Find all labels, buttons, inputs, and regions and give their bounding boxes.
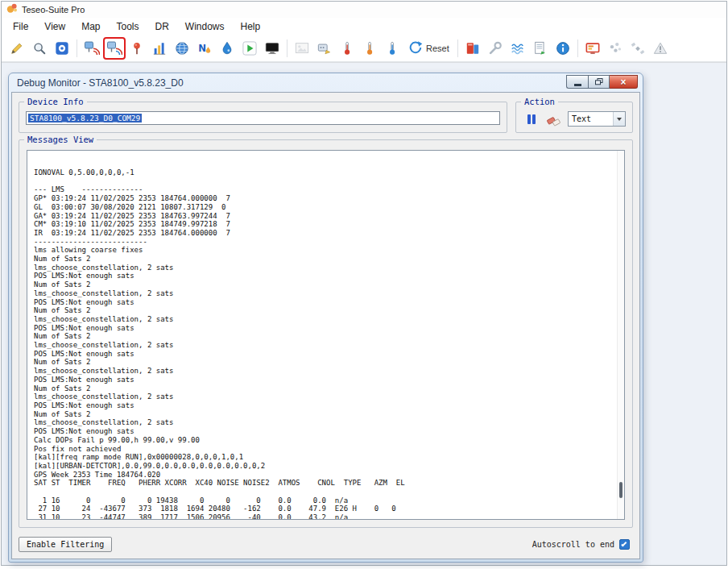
menu-dr[interactable]: DR	[147, 19, 177, 34]
reset-label: Reset	[426, 44, 449, 53]
autoscroll-control: Autoscroll to end	[532, 539, 633, 550]
device-info-input[interactable]: STA8100_v5.8.23_D0_COM29	[26, 111, 500, 125]
image-icon[interactable]	[292, 38, 312, 59]
toolbar-separator	[287, 39, 287, 57]
restore-icon	[595, 78, 603, 85]
globe-icon[interactable]	[172, 38, 192, 59]
thermometer-1-icon[interactable]	[337, 38, 358, 59]
play-icon[interactable]	[239, 38, 260, 59]
window-controls: ×	[566, 75, 638, 89]
reset-button[interactable]: Reset	[404, 38, 453, 59]
app-title: Teseo-Suite Pro	[22, 5, 85, 15]
enable-filtering-button[interactable]: Enable Filtering	[19, 537, 112, 552]
warning-icon[interactable]	[650, 38, 671, 59]
debug-monitor-footer: Enable Filtering Autoscroll to end	[19, 534, 633, 554]
search-icon[interactable]	[29, 38, 50, 59]
debug-monitor-icon[interactable]	[104, 38, 125, 59]
tools-icon[interactable]	[485, 38, 506, 59]
port-edit-icon[interactable]	[314, 38, 335, 59]
menu-help[interactable]: Help	[233, 19, 269, 34]
autoscroll-label: Autoscroll to end	[532, 540, 614, 549]
app-logo-icon	[6, 2, 18, 17]
device-info-group: Device Info STA8100_v5.8.23_D0_COM29	[19, 102, 507, 133]
clear-button[interactable]	[545, 111, 563, 127]
messages-scrollbar[interactable]	[617, 151, 624, 519]
console-icon[interactable]	[262, 38, 283, 59]
messages-text-area[interactable]: IONOVAL 0,5.00,0,0,0,-1 --- LMS --------…	[27, 150, 625, 520]
edit-icon[interactable]	[6, 38, 27, 59]
chart-icon[interactable]	[149, 38, 170, 59]
receiver-monitor-icon[interactable]	[81, 38, 102, 59]
package-icon[interactable]	[52, 38, 72, 59]
menu-tools[interactable]: Tools	[108, 19, 147, 34]
constellation-icon[interactable]	[605, 38, 626, 59]
satellite-icon[interactable]	[627, 38, 648, 59]
check-icon	[621, 541, 627, 546]
close-button[interactable]: ×	[610, 75, 638, 89]
display-icon[interactable]	[582, 38, 603, 59]
nmea-icon[interactable]: N	[194, 38, 215, 59]
autoscroll-checkbox[interactable]	[619, 539, 630, 550]
app-window: Teseo-Suite Pro File View Map Tools DR W…	[1, 1, 727, 566]
mdi-area: Debug Monitor - STA8100_v5.8.23_D0 × Dev…	[2, 62, 726, 565]
device-info-value: STA8100_v5.8.23_D0_COM29	[28, 114, 142, 123]
pause-icon	[527, 114, 531, 124]
debug-monitor-title: Debug Monitor - STA8100_v5.8.23_D0	[17, 77, 184, 89]
menu-bar: File View Map Tools DR Windows Help	[2, 18, 726, 35]
debug-monitor-client: Device Info STA8100_v5.8.23_D0_COM29 Act…	[11, 92, 640, 559]
debug-monitor-window: Debug Monitor - STA8100_v5.8.23_D0 × Dev…	[8, 73, 643, 563]
thermometer-2-icon[interactable]	[359, 38, 380, 59]
messages-text: IONOVAL 0,5.00,0,0,0,-1 --- LMS --------…	[27, 151, 624, 520]
action-label: Action	[521, 97, 558, 106]
menu-view[interactable]: View	[36, 19, 73, 34]
info-icon[interactable]	[552, 38, 573, 59]
debug-monitor-titlebar[interactable]: Debug Monitor - STA8100_v5.8.23_D0 ×	[11, 73, 640, 92]
scrollbar-thumb[interactable]	[619, 482, 623, 498]
pause-button[interactable]	[523, 111, 540, 127]
minimize-button[interactable]	[566, 75, 588, 89]
reset-icon	[408, 40, 423, 56]
format-dropdown[interactable]: Text	[568, 111, 626, 127]
action-group: Action Text	[515, 102, 633, 133]
pin-icon[interactable]	[126, 38, 147, 59]
menu-windows[interactable]: Windows	[177, 19, 233, 34]
chevron-down-icon	[613, 112, 625, 126]
menu-file[interactable]: File	[5, 19, 36, 34]
toolbar-separator	[77, 39, 77, 57]
app-titlebar: Teseo-Suite Pro	[2, 2, 726, 18]
eraser-icon	[547, 112, 561, 127]
drop-icon[interactable]	[217, 38, 238, 59]
restore-button[interactable]	[588, 75, 610, 89]
svg-text:N: N	[198, 42, 206, 53]
menu-map[interactable]: Map	[73, 19, 108, 34]
format-dropdown-value: Text	[569, 114, 613, 123]
thermometer-3-icon[interactable]	[382, 38, 403, 59]
messages-view-group: Messages View IONOVAL 0,5.00,0,0,0,-1 --…	[19, 139, 633, 528]
toolbar-separator	[457, 39, 458, 57]
waves-icon[interactable]	[507, 38, 528, 59]
script-icon[interactable]	[530, 38, 551, 59]
close-icon: ×	[620, 77, 626, 88]
device-info-label: Device Info	[24, 97, 87, 106]
firmware-icon[interactable]	[462, 38, 483, 59]
toolbar: N Reset	[2, 35, 726, 62]
messages-view-label: Messages View	[24, 135, 97, 144]
toolbar-separator	[577, 39, 578, 57]
minimize-icon	[574, 84, 581, 86]
